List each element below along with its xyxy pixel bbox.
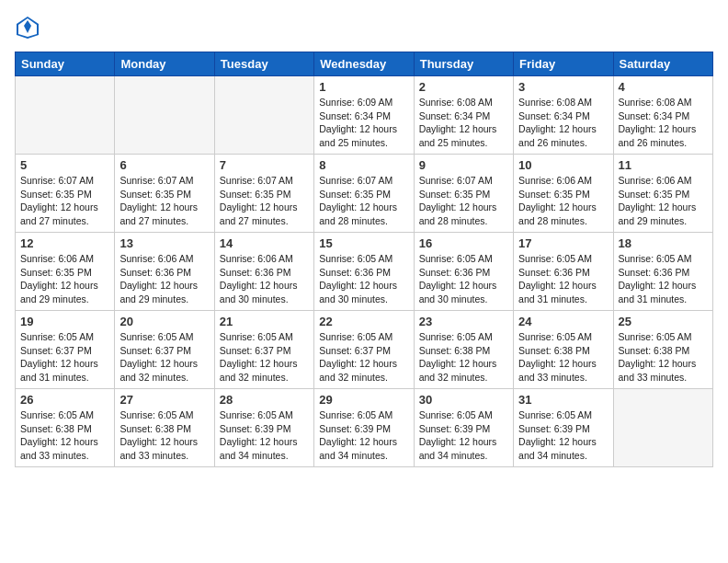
day-info: Sunrise: 6:05 AM Sunset: 6:39 PM Dayligh… [220, 408, 309, 463]
day-info: Sunrise: 6:08 AM Sunset: 6:34 PM Dayligh… [619, 96, 708, 150]
day-number: 12 [20, 236, 109, 250]
calendar-cell: 12Sunrise: 6:06 AM Sunset: 6:35 PM Dayli… [16, 233, 115, 311]
day-number: 7 [220, 158, 309, 172]
day-info: Sunrise: 6:05 AM Sunset: 6:38 PM Dayligh… [619, 330, 708, 385]
day-header-tuesday: Tuesday [214, 52, 313, 76]
day-info: Sunrise: 6:06 AM Sunset: 6:36 PM Dayligh… [220, 252, 309, 306]
day-number: 9 [419, 158, 508, 172]
calendar-cell: 11Sunrise: 6:06 AM Sunset: 6:35 PM Dayli… [613, 155, 712, 233]
calendar-cell: 28Sunrise: 6:05 AM Sunset: 6:39 PM Dayli… [214, 389, 313, 467]
days-header-row: SundayMondayTuesdayWednesdayThursdayFrid… [16, 52, 713, 76]
calendar-cell: 14Sunrise: 6:06 AM Sunset: 6:36 PM Dayli… [214, 233, 313, 311]
day-number: 17 [518, 236, 608, 250]
calendar-cell: 10Sunrise: 6:06 AM Sunset: 6:35 PM Dayli… [514, 155, 613, 233]
day-info: Sunrise: 6:05 AM Sunset: 6:37 PM Dayligh… [220, 330, 309, 385]
day-info: Sunrise: 6:05 AM Sunset: 6:36 PM Dayligh… [518, 252, 608, 306]
calendar-cell: 24Sunrise: 6:05 AM Sunset: 6:38 PM Dayli… [514, 311, 613, 389]
week-row-3: 12Sunrise: 6:06 AM Sunset: 6:35 PM Dayli… [16, 233, 713, 311]
day-header-saturday: Saturday [613, 52, 712, 76]
calendar-cell: 21Sunrise: 6:05 AM Sunset: 6:37 PM Dayli… [214, 311, 313, 389]
day-number: 29 [319, 393, 408, 407]
calendar-cell: 1Sunrise: 6:09 AM Sunset: 6:34 PM Daylig… [314, 76, 414, 155]
day-info: Sunrise: 6:08 AM Sunset: 6:34 PM Dayligh… [518, 96, 608, 150]
calendar-cell: 2Sunrise: 6:08 AM Sunset: 6:34 PM Daylig… [414, 76, 513, 155]
day-info: Sunrise: 6:05 AM Sunset: 6:38 PM Dayligh… [20, 408, 109, 463]
day-info: Sunrise: 6:05 AM Sunset: 6:36 PM Dayligh… [319, 252, 408, 306]
day-number: 16 [419, 236, 508, 250]
day-number: 30 [419, 393, 508, 407]
calendar-cell: 19Sunrise: 6:05 AM Sunset: 6:37 PM Dayli… [16, 311, 115, 389]
calendar-cell: 13Sunrise: 6:06 AM Sunset: 6:36 PM Dayli… [115, 233, 214, 311]
day-info: Sunrise: 6:05 AM Sunset: 6:36 PM Dayligh… [419, 252, 508, 306]
day-info: Sunrise: 6:09 AM Sunset: 6:34 PM Dayligh… [319, 96, 408, 150]
calendar-cell: 9Sunrise: 6:07 AM Sunset: 6:35 PM Daylig… [414, 155, 513, 233]
day-number: 28 [220, 393, 309, 407]
day-number: 1 [319, 80, 408, 94]
calendar-cell: 17Sunrise: 6:05 AM Sunset: 6:36 PM Dayli… [514, 233, 613, 311]
calendar-cell: 7Sunrise: 6:07 AM Sunset: 6:35 PM Daylig… [214, 155, 313, 233]
day-info: Sunrise: 6:07 AM Sunset: 6:35 PM Dayligh… [119, 174, 209, 228]
day-number: 14 [220, 236, 309, 250]
calendar-cell: 6Sunrise: 6:07 AM Sunset: 6:35 PM Daylig… [115, 155, 214, 233]
day-info: Sunrise: 6:05 AM Sunset: 6:39 PM Dayligh… [518, 408, 608, 463]
day-number: 26 [20, 393, 109, 407]
day-header-sunday: Sunday [16, 52, 115, 76]
day-info: Sunrise: 6:05 AM Sunset: 6:38 PM Dayligh… [119, 408, 209, 463]
calendar-cell: 15Sunrise: 6:05 AM Sunset: 6:36 PM Dayli… [314, 233, 414, 311]
day-number: 25 [619, 315, 708, 328]
day-header-thursday: Thursday [414, 52, 513, 76]
calendar-cell: 26Sunrise: 6:05 AM Sunset: 6:38 PM Dayli… [16, 389, 115, 467]
day-info: Sunrise: 6:06 AM Sunset: 6:35 PM Dayligh… [20, 252, 109, 306]
day-info: Sunrise: 6:05 AM Sunset: 6:38 PM Dayligh… [419, 330, 508, 385]
week-row-5: 26Sunrise: 6:05 AM Sunset: 6:38 PM Dayli… [16, 389, 713, 467]
day-number: 31 [518, 393, 608, 407]
day-info: Sunrise: 6:05 AM Sunset: 6:36 PM Dayligh… [619, 252, 708, 306]
day-header-friday: Friday [514, 52, 613, 76]
calendar-cell: 16Sunrise: 6:05 AM Sunset: 6:36 PM Dayli… [414, 233, 513, 311]
day-number: 6 [119, 158, 209, 172]
logo [15, 15, 44, 40]
day-number: 18 [619, 236, 708, 250]
day-number: 21 [220, 315, 309, 328]
day-info: Sunrise: 6:06 AM Sunset: 6:35 PM Dayligh… [518, 174, 608, 228]
day-number: 19 [20, 315, 109, 328]
day-number: 5 [20, 158, 109, 172]
day-info: Sunrise: 6:05 AM Sunset: 6:38 PM Dayligh… [518, 330, 608, 385]
day-info: Sunrise: 6:07 AM Sunset: 6:35 PM Dayligh… [319, 174, 408, 228]
calendar-cell: 29Sunrise: 6:05 AM Sunset: 6:39 PM Dayli… [314, 389, 414, 467]
day-info: Sunrise: 6:05 AM Sunset: 6:37 PM Dayligh… [20, 330, 109, 385]
calendar: SundayMondayTuesdayWednesdayThursdayFrid… [15, 52, 713, 467]
calendar-cell [613, 389, 712, 467]
calendar-cell: 18Sunrise: 6:05 AM Sunset: 6:36 PM Dayli… [613, 233, 712, 311]
day-header-wednesday: Wednesday [314, 52, 414, 76]
week-row-4: 19Sunrise: 6:05 AM Sunset: 6:37 PM Dayli… [16, 311, 713, 389]
calendar-cell: 22Sunrise: 6:05 AM Sunset: 6:37 PM Dayli… [314, 311, 414, 389]
day-number: 13 [119, 236, 209, 250]
day-number: 22 [319, 315, 408, 328]
day-number: 4 [619, 80, 708, 94]
week-row-2: 5Sunrise: 6:07 AM Sunset: 6:35 PM Daylig… [16, 155, 713, 233]
day-info: Sunrise: 6:08 AM Sunset: 6:34 PM Dayligh… [419, 96, 508, 150]
day-number: 15 [319, 236, 408, 250]
day-info: Sunrise: 6:06 AM Sunset: 6:36 PM Dayligh… [119, 252, 209, 306]
day-number: 8 [319, 158, 408, 172]
day-number: 10 [518, 158, 608, 172]
calendar-cell [214, 76, 313, 155]
day-number: 24 [518, 315, 608, 328]
calendar-cell: 27Sunrise: 6:05 AM Sunset: 6:38 PM Dayli… [115, 389, 214, 467]
day-number: 23 [419, 315, 508, 328]
day-info: Sunrise: 6:07 AM Sunset: 6:35 PM Dayligh… [20, 174, 109, 228]
day-info: Sunrise: 6:07 AM Sunset: 6:35 PM Dayligh… [220, 174, 309, 228]
calendar-cell: 23Sunrise: 6:05 AM Sunset: 6:38 PM Dayli… [414, 311, 513, 389]
day-number: 20 [119, 315, 209, 328]
day-info: Sunrise: 6:06 AM Sunset: 6:35 PM Dayligh… [619, 174, 708, 228]
calendar-cell [115, 76, 214, 155]
week-row-1: 1Sunrise: 6:09 AM Sunset: 6:34 PM Daylig… [16, 76, 713, 155]
page-header [15, 15, 713, 40]
day-number: 11 [619, 158, 708, 172]
day-info: Sunrise: 6:05 AM Sunset: 6:37 PM Dayligh… [319, 330, 408, 385]
day-info: Sunrise: 6:05 AM Sunset: 6:39 PM Dayligh… [319, 408, 408, 463]
logo-icon [15, 15, 40, 40]
calendar-cell: 30Sunrise: 6:05 AM Sunset: 6:39 PM Dayli… [414, 389, 513, 467]
calendar-cell: 5Sunrise: 6:07 AM Sunset: 6:35 PM Daylig… [16, 155, 115, 233]
